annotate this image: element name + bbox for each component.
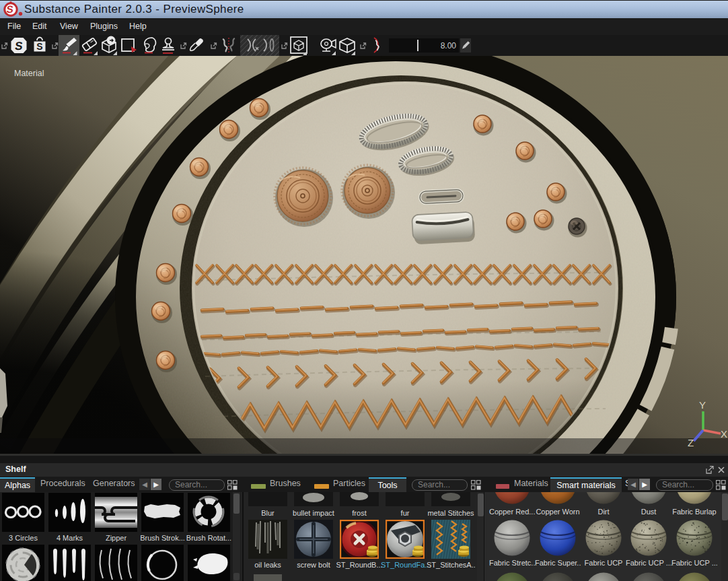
svg-text:Y: Y (699, 399, 706, 411)
svg-text:S: S (6, 4, 14, 15)
svg-text:Z: Z (688, 437, 694, 448)
svg-text:S: S (36, 41, 42, 52)
svg-text:Material: Material (14, 69, 44, 78)
svg-text:X: X (721, 428, 727, 440)
svg-text:8.00: 8.00 (441, 41, 457, 50)
